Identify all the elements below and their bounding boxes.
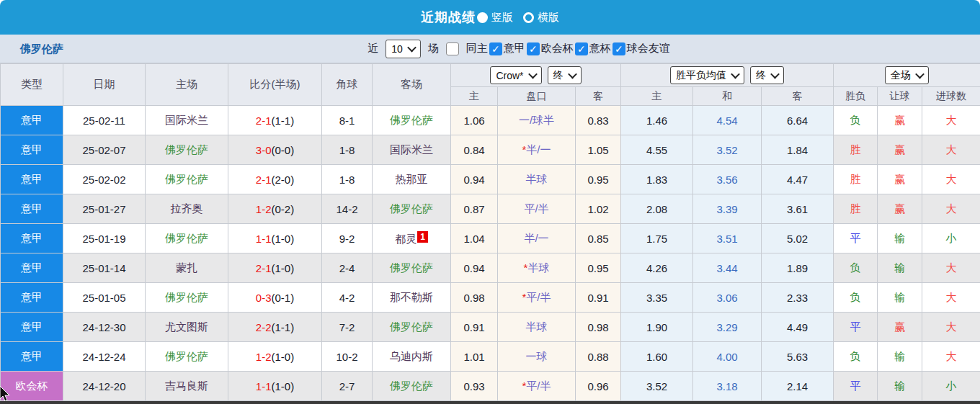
home-team-cell[interactable]: 吉马良斯 bbox=[146, 372, 228, 401]
away-team-cell[interactable]: 佛罗伦萨 bbox=[373, 372, 451, 401]
avg-draw-cell: 3.06 bbox=[693, 283, 762, 313]
filter-club-friendly-checkbox[interactable] bbox=[612, 42, 625, 55]
goals-result-cell: 大 bbox=[922, 135, 980, 165]
league-badge-cell: 意甲 bbox=[1, 253, 63, 283]
goals-result-cell: 大 bbox=[922, 165, 980, 194]
result-cell: 负 bbox=[834, 253, 878, 283]
away-team-cell[interactable]: 都灵1 bbox=[373, 224, 451, 253]
horizontal-layout-label[interactable]: 横版 bbox=[538, 11, 559, 24]
col-header-odds-home: 主 bbox=[451, 87, 498, 106]
home-team-cell[interactable]: 国际米兰 bbox=[146, 106, 228, 135]
home-team-cell[interactable]: 蒙扎 bbox=[146, 253, 228, 283]
col-header-corner: 角球 bbox=[322, 64, 373, 106]
horizontal-layout-radio[interactable] bbox=[523, 12, 534, 23]
vertical-layout-label[interactable]: 竖版 bbox=[491, 11, 513, 24]
avg-away-cell: 2.14 bbox=[762, 372, 834, 401]
handicap-result-cell: 输 bbox=[878, 253, 922, 283]
home-team-cell[interactable]: 佛罗伦萨 bbox=[146, 135, 228, 165]
date-cell: 24-12-20 bbox=[63, 372, 146, 401]
score-cell: 1-1(1-0) bbox=[228, 224, 322, 253]
avg-home-cell: 1.46 bbox=[621, 106, 693, 135]
filter-club-friendly-label[interactable]: 球会友谊 bbox=[627, 42, 670, 55]
avg-away-cell: 6.64 bbox=[762, 106, 834, 135]
home-team-cell[interactable]: 拉齐奥 bbox=[146, 194, 228, 224]
handicap-result-cell: 赢 bbox=[878, 194, 922, 224]
avg-type-select[interactable]: 胜平负均值 bbox=[670, 66, 744, 84]
corner-cell: 14-2 bbox=[322, 194, 373, 224]
handicap-cell: *半球 bbox=[498, 253, 576, 283]
goals-result-cell: 大 bbox=[922, 342, 980, 372]
away-team-cell[interactable]: 乌迪内斯 bbox=[373, 342, 451, 372]
recent-count-select[interactable]: 10 bbox=[386, 40, 421, 58]
avg-controls-group: 胜平负均值 终 bbox=[621, 64, 834, 87]
avg-draw-cell: 3.18 bbox=[693, 372, 762, 401]
home-team-cell[interactable]: 佛罗伦萨 bbox=[146, 283, 228, 313]
avg-draw-cell: 3.44 bbox=[693, 253, 762, 283]
away-team-cell[interactable]: 佛罗伦萨 bbox=[373, 106, 451, 135]
odds-home-cell: 0.87 bbox=[451, 194, 498, 224]
col-header-home: 主场 bbox=[146, 64, 228, 106]
filter-conference-league-checkbox[interactable] bbox=[527, 42, 540, 55]
vertical-layout-radio[interactable] bbox=[477, 12, 488, 23]
avg-home-cell: 1.83 bbox=[621, 165, 693, 194]
odds-source-select[interactable]: Crow* bbox=[490, 66, 541, 84]
odds-away-cell: 0.91 bbox=[576, 283, 621, 313]
scope-select[interactable]: 全场 bbox=[885, 66, 929, 84]
home-team-cell[interactable]: 佛罗伦萨 bbox=[146, 342, 228, 372]
filter-serie-a-checkbox[interactable] bbox=[489, 42, 502, 55]
away-team-cell[interactable]: 国际米兰 bbox=[373, 135, 451, 165]
handicap-result-cell: 输 bbox=[878, 283, 922, 313]
corner-cell: 8-1 bbox=[322, 106, 373, 135]
odds-home-cell: 0.94 bbox=[451, 165, 498, 194]
away-team-cell[interactable]: 热那亚 bbox=[373, 165, 451, 194]
filter-coppa-italia-checkbox[interactable] bbox=[575, 42, 588, 55]
score-cell: 0-3(0-1) bbox=[228, 283, 322, 313]
filter-coppa-italia-label[interactable]: 意杯 bbox=[589, 42, 611, 55]
away-team-cell[interactable]: 佛罗伦萨 bbox=[373, 313, 451, 342]
filter-serie-a-label[interactable]: 意甲 bbox=[504, 42, 525, 55]
away-team-cell[interactable]: 佛罗伦萨 bbox=[373, 253, 451, 283]
handicap-result-cell: 输 bbox=[878, 342, 922, 372]
league-badge-cell: 意甲 bbox=[1, 165, 63, 194]
avg-home-cell: 4.55 bbox=[621, 135, 693, 165]
avg-state-select[interactable]: 终 bbox=[750, 66, 784, 84]
recent-results-panel: 近期战绩 竖版 横版 佛罗伦萨 近 10 场 同主 意甲 欧会杯 意杯 球会友谊 bbox=[0, 0, 980, 404]
handicap-cell: 一/球半 bbox=[498, 106, 576, 135]
handicap-cell: 平/半 bbox=[498, 194, 576, 224]
score-cell: 2-1(1-1) bbox=[228, 106, 322, 135]
avg-draw-cell: 4.00 bbox=[693, 342, 762, 372]
league-badge-cell: 意甲 bbox=[1, 194, 63, 224]
filter-conference-league-label[interactable]: 欧会杯 bbox=[541, 42, 574, 55]
col-header-avg-draw: 和 bbox=[693, 87, 762, 106]
table-row: 意甲 25-02-07 佛罗伦萨 3-0(0-0) 1-8 国际米兰 0.84 … bbox=[1, 135, 980, 165]
handicap-cell: 半/一 bbox=[498, 224, 576, 253]
home-team-cell[interactable]: 尤文图斯 bbox=[146, 313, 228, 342]
home-team-cell[interactable]: 佛罗伦萨 bbox=[146, 224, 228, 253]
score-cell: 1-2(0-2) bbox=[228, 194, 322, 224]
avg-away-cell: 1.89 bbox=[762, 253, 834, 283]
odds-away-cell: 0.88 bbox=[576, 342, 621, 372]
away-team-cell[interactable]: 那不勒斯 bbox=[373, 283, 451, 313]
table-row: 欧会杯 24-12-20 吉马良斯 1-1(1-0) 2-7 佛罗伦萨 0.93… bbox=[1, 372, 980, 401]
goals-result-cell: 大 bbox=[922, 313, 980, 342]
odds-state-select[interactable]: 终 bbox=[548, 66, 582, 84]
avg-home-cell: 2.08 bbox=[621, 194, 693, 224]
date-cell: 25-01-19 bbox=[63, 224, 146, 253]
handicap-cell: 一球 bbox=[498, 342, 576, 372]
odds-away-cell: 0.95 bbox=[576, 165, 621, 194]
avg-away-cell: 5.63 bbox=[762, 342, 834, 372]
corner-cell: 7-2 bbox=[322, 313, 373, 342]
league-badge-cell: 意甲 bbox=[1, 342, 63, 372]
avg-away-cell: 2.33 bbox=[762, 283, 834, 313]
avg-away-cell: 3.61 bbox=[762, 194, 834, 224]
home-team-cell[interactable]: 佛罗伦萨 bbox=[146, 165, 228, 194]
score-cell: 2-1(1-0) bbox=[228, 253, 322, 283]
table-row: 意甲 25-02-11 国际米兰 2-1(1-1) 8-1 佛罗伦萨 1.06 … bbox=[1, 106, 980, 135]
date-cell: 24-12-30 bbox=[63, 313, 146, 342]
league-badge-cell: 意甲 bbox=[1, 106, 63, 135]
date-cell: 25-02-11 bbox=[63, 106, 146, 135]
same-home-checkbox[interactable] bbox=[446, 42, 459, 55]
recent-label: 近 bbox=[368, 42, 378, 55]
results-table: 类型 日期 主场 比分(半场) 角球 客场 Crow* 终 胜平负均值 终 bbox=[0, 63, 980, 401]
away-team-cell[interactable]: 佛罗伦萨 bbox=[373, 194, 451, 224]
